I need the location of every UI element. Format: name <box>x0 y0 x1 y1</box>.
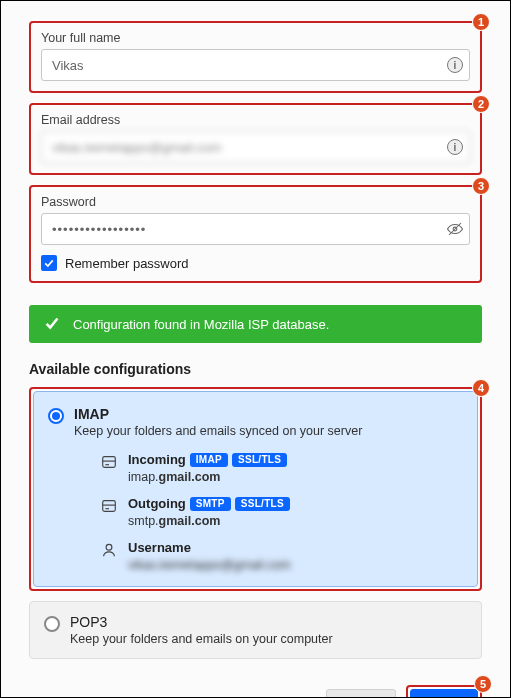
full-name-group: 1 Your full name i <box>29 21 482 93</box>
callout-5: 5 <box>474 675 492 693</box>
outgoing-server-icon <box>100 497 118 515</box>
incoming-host: imap.gmail.com <box>128 470 287 484</box>
svg-rect-2 <box>103 457 116 468</box>
imap-card[interactable]: IMAP Keep your folders and emails synced… <box>33 391 478 587</box>
pop3-card[interactable]: POP3 Keep your folders and emails on you… <box>29 601 482 659</box>
incoming-row: Incoming IMAP SSL/TLS imap.gmail.com <box>100 452 463 484</box>
password-label: Password <box>41 195 470 209</box>
pop3-radio[interactable] <box>44 616 60 632</box>
pop3-title: POP3 <box>70 614 467 630</box>
svg-point-8 <box>106 544 112 550</box>
done-button[interactable]: Done <box>410 689 478 698</box>
imap-radio[interactable] <box>48 408 64 424</box>
imap-title: IMAP <box>74 406 463 422</box>
imap-desc: Keep your folders and emails synced on y… <box>74 424 463 438</box>
callout-1: 1 <box>472 13 490 31</box>
password-group: 3 Password Remember password <box>29 185 482 283</box>
outgoing-host: smtp.gmail.com <box>128 514 290 528</box>
username-label: Username <box>128 540 191 555</box>
user-icon <box>100 541 118 559</box>
success-check-icon <box>43 314 61 335</box>
callout-3: 3 <box>472 177 490 195</box>
available-configs-title: Available configurations <box>29 361 482 377</box>
account-setup-form: 1 Your full name i 2 Email address i 3 P… <box>1 1 510 698</box>
username-row: Username vikas.kemetapps@gmail.com <box>100 540 463 572</box>
username-value: vikas.kemetapps@gmail.com <box>128 558 291 572</box>
info-icon[interactable]: i <box>446 56 464 74</box>
email-group: 2 Email address i <box>29 103 482 175</box>
incoming-security-badge: SSL/TLS <box>232 453 287 467</box>
pop3-desc: Keep your folders and emails on your com… <box>70 632 467 646</box>
show-password-icon[interactable] <box>446 220 464 238</box>
outgoing-row: Outgoing SMTP SSL/TLS smtp.gmail.com <box>100 496 463 528</box>
cancel-button[interactable]: Cancel <box>326 689 396 698</box>
callout-2: 2 <box>472 95 490 113</box>
full-name-label: Your full name <box>41 31 470 45</box>
svg-rect-5 <box>103 501 116 512</box>
incoming-server-icon <box>100 453 118 471</box>
imap-config-box: 4 IMAP Keep your folders and emails sync… <box>29 387 482 591</box>
outgoing-proto-badge: SMTP <box>190 497 231 511</box>
password-input[interactable] <box>41 213 470 245</box>
email-input[interactable] <box>41 131 470 163</box>
outgoing-security-badge: SSL/TLS <box>235 497 290 511</box>
outgoing-label: Outgoing <box>128 496 186 511</box>
status-banner: Configuration found in Mozilla ISP datab… <box>29 305 482 343</box>
incoming-label: Incoming <box>128 452 186 467</box>
remember-password-label: Remember password <box>65 256 189 271</box>
status-text: Configuration found in Mozilla ISP datab… <box>73 317 329 332</box>
callout-4: 4 <box>472 379 490 397</box>
full-name-input[interactable] <box>41 49 470 81</box>
email-label: Email address <box>41 113 470 127</box>
info-icon[interactable]: i <box>446 138 464 156</box>
incoming-proto-badge: IMAP <box>190 453 228 467</box>
remember-password-checkbox[interactable] <box>41 255 57 271</box>
